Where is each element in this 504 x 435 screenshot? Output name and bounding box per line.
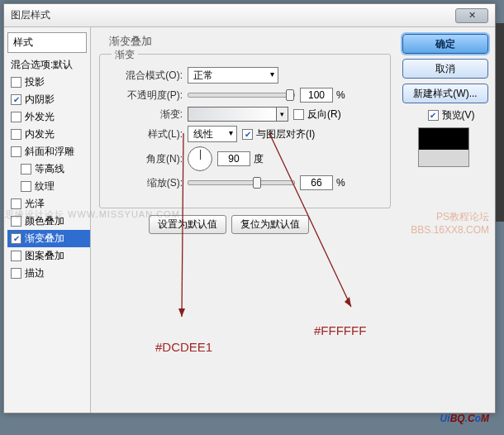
style-checkbox[interactable]: ✔ xyxy=(11,94,21,105)
cancel-button[interactable]: 取消 xyxy=(402,59,488,79)
style-checkbox[interactable]: ✔ xyxy=(11,233,21,244)
blend-options-label: 混合选项:默认 xyxy=(11,58,73,72)
opacity-slider[interactable] xyxy=(188,93,295,98)
annotation-right-color: #FFFFFF xyxy=(314,323,366,337)
preview-swatch xyxy=(418,127,469,167)
preview-checkbox[interactable]: ✔ xyxy=(428,110,439,121)
style-label: 内发光 xyxy=(25,127,55,141)
style-item-0[interactable]: 投影 xyxy=(7,74,90,91)
style-label: 斜面和浮雕 xyxy=(25,145,74,159)
svg-marker-3 xyxy=(345,297,351,307)
blend-mode-select[interactable]: 正常 xyxy=(188,67,278,84)
preview-label: 预览(V) xyxy=(442,108,475,122)
new-style-button[interactable]: 新建样式(W)... xyxy=(402,84,488,103)
style-label: 投影 xyxy=(25,75,45,89)
opacity-unit: % xyxy=(336,89,345,101)
style-checkbox[interactable] xyxy=(11,77,21,88)
section-title: 渐变叠加 xyxy=(109,34,391,49)
angle-label: 角度(N): xyxy=(108,152,183,166)
style-label: 样式(L): xyxy=(108,127,183,141)
watermark-16xx8: PS教程论坛BBS.16XX8.COM xyxy=(411,210,489,237)
style-item-4[interactable]: 斜面和浮雕 xyxy=(7,143,90,160)
style-checkbox[interactable] xyxy=(11,112,21,122)
style-label: 外发光 xyxy=(25,110,55,124)
angle-dial[interactable] xyxy=(188,146,212,171)
style-item-2[interactable]: 外发光 xyxy=(7,108,90,126)
scale-input[interactable] xyxy=(300,175,333,190)
titlebar[interactable]: 图层样式 ✕ xyxy=(4,4,495,27)
align-checkbox[interactable]: ✔ xyxy=(242,129,253,140)
angle-input[interactable] xyxy=(217,151,250,166)
style-label: 等高线 xyxy=(35,162,64,176)
gradient-label: 渐变: xyxy=(108,108,183,122)
style-label: 图案叠加 xyxy=(25,249,64,263)
style-label: 纹理 xyxy=(35,179,55,194)
scale-unit: % xyxy=(336,177,345,189)
watermark-uibq: UiBQ.CoM xyxy=(440,405,489,427)
background-strip xyxy=(496,23,504,222)
style-item-1[interactable]: ✔内阴影 xyxy=(7,91,90,108)
opacity-input[interactable] xyxy=(300,88,333,103)
style-item-10[interactable]: 图案叠加 xyxy=(7,247,90,265)
gradient-dropdown-icon[interactable]: ▾ xyxy=(277,107,288,122)
style-checkbox[interactable] xyxy=(21,181,31,192)
style-item-3[interactable]: 内发光 xyxy=(7,126,90,143)
style-checkbox[interactable] xyxy=(11,268,21,279)
align-label: 与图层对齐(I) xyxy=(256,127,315,141)
style-select[interactable]: 线性 xyxy=(188,126,237,142)
gradient-group: 渐变 混合模式(O): 正常 不透明度(P): % 渐变: ▾ xyxy=(99,54,391,208)
svg-marker-1 xyxy=(178,308,185,317)
scale-slider[interactable] xyxy=(188,180,295,185)
watermark-missyuan: 思缘设计论坛 WWW.MISSYUAN.COM xyxy=(5,208,180,221)
blend-mode-label: 混合模式(O): xyxy=(108,69,183,83)
style-checkbox[interactable] xyxy=(11,251,21,261)
style-item-5[interactable]: 等高线 xyxy=(7,160,90,178)
style-checkbox[interactable] xyxy=(11,146,21,157)
dialog-title: 图层样式 xyxy=(11,8,455,22)
group-legend: 渐变 xyxy=(112,48,138,62)
reset-default-button[interactable]: 复位为默认值 xyxy=(231,215,309,234)
close-button[interactable]: ✕ xyxy=(455,8,488,23)
style-label: 内阴影 xyxy=(25,93,55,107)
annotation-left-color: #DCDEE1 xyxy=(155,340,212,354)
style-checkbox[interactable] xyxy=(21,164,31,174)
style-item-6[interactable]: 纹理 xyxy=(7,178,90,195)
reverse-checkbox[interactable] xyxy=(293,109,304,120)
angle-unit: 度 xyxy=(254,152,264,166)
blend-options-row[interactable]: 混合选项:默认 xyxy=(7,56,90,74)
style-item-11[interactable]: 描边 xyxy=(7,265,90,282)
style-label: 描边 xyxy=(25,266,45,280)
style-checkbox[interactable] xyxy=(11,129,21,140)
styles-header[interactable]: 样式 xyxy=(7,32,87,53)
gradient-preview[interactable] xyxy=(188,107,277,122)
reverse-label: 反向(R) xyxy=(307,108,341,122)
style-item-9[interactable]: ✔渐变叠加 xyxy=(7,230,90,247)
style-label: 渐变叠加 xyxy=(25,232,64,246)
ok-button[interactable]: 确定 xyxy=(402,34,488,54)
scale-label: 缩放(S): xyxy=(108,176,183,190)
opacity-label: 不透明度(P): xyxy=(108,88,183,103)
